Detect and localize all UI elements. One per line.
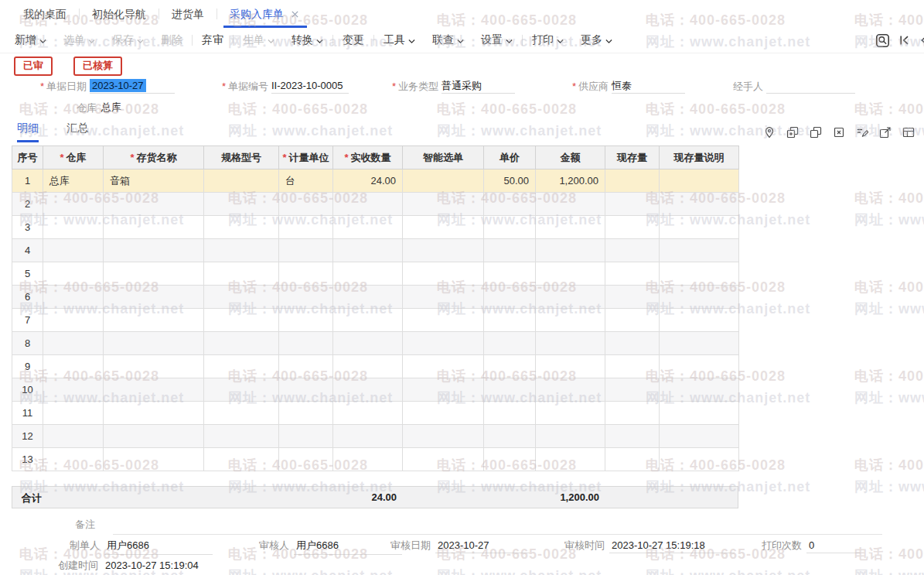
cell-stocknote[interactable] xyxy=(660,169,739,193)
cell-seq[interactable]: 6 xyxy=(12,286,43,309)
cell-price[interactable] xyxy=(484,216,536,239)
cell-wh[interactable] xyxy=(43,193,104,216)
cell-price[interactable] xyxy=(484,262,536,286)
cell-smart[interactable] xyxy=(403,286,484,309)
cell-wh[interactable] xyxy=(43,402,104,425)
cell-price[interactable]: 50.00 xyxy=(484,169,536,193)
cell-stock[interactable] xyxy=(605,193,660,216)
cell-seq[interactable]: 7 xyxy=(12,309,43,332)
cell-item[interactable] xyxy=(104,355,204,378)
cell-price[interactable] xyxy=(484,425,536,448)
cell-stocknote[interactable] xyxy=(660,332,739,355)
cell-price[interactable] xyxy=(484,378,536,402)
cell-seq[interactable]: 9 xyxy=(12,355,43,378)
field-supplier[interactable]: 恒泰 xyxy=(612,78,685,94)
cell-qty[interactable] xyxy=(333,193,403,216)
subtab-summary[interactable]: 汇总 xyxy=(66,122,88,142)
cell-spec[interactable] xyxy=(204,378,279,402)
cell-amount[interactable]: 1,200.00 xyxy=(536,169,605,193)
cell-seq[interactable]: 11 xyxy=(12,402,43,425)
field-doc-date[interactable]: 2023-10-27 xyxy=(90,78,175,94)
cell-wh[interactable] xyxy=(43,286,104,309)
cell-item[interactable]: 音箱 xyxy=(104,169,204,193)
toolbar-item-print[interactable]: 打印 xyxy=(532,33,564,47)
cell-smart[interactable] xyxy=(403,239,484,262)
cell-stock[interactable] xyxy=(605,355,660,378)
toolbar-item-link-query[interactable]: 联查 xyxy=(432,33,464,47)
cell-stock[interactable] xyxy=(605,286,660,309)
cell-wh[interactable] xyxy=(43,216,104,239)
cell-spec[interactable] xyxy=(204,402,279,425)
cell-seq[interactable]: 4 xyxy=(12,239,43,262)
cell-qty[interactable] xyxy=(333,378,403,402)
cell-stocknote[interactable] xyxy=(660,309,739,332)
cell-smart[interactable] xyxy=(403,425,484,448)
cell-unit[interactable] xyxy=(279,193,333,216)
cell-spec[interactable] xyxy=(204,448,279,471)
cell-smart[interactable] xyxy=(403,193,484,216)
cell-stock[interactable] xyxy=(605,425,660,448)
cell-spec[interactable] xyxy=(204,332,279,355)
cell-stock[interactable] xyxy=(605,216,660,239)
cell-amount[interactable] xyxy=(536,216,605,239)
cell-unit[interactable] xyxy=(279,286,333,309)
cell-stock[interactable] xyxy=(605,169,660,193)
cell-qty[interactable] xyxy=(333,239,403,262)
cell-item[interactable] xyxy=(104,425,204,448)
cell-smart[interactable] xyxy=(403,402,484,425)
cell-amount[interactable] xyxy=(536,355,605,378)
cell-wh[interactable] xyxy=(43,355,104,378)
cell-unit[interactable] xyxy=(279,332,333,355)
cell-qty[interactable] xyxy=(333,309,403,332)
cell-price[interactable] xyxy=(484,448,536,471)
cell-wh[interactable]: 总库 xyxy=(43,169,104,193)
cell-stocknote[interactable] xyxy=(660,402,739,425)
cell-smart[interactable] xyxy=(403,448,484,471)
cell-smart[interactable] xyxy=(403,216,484,239)
cell-stock[interactable] xyxy=(605,332,660,355)
cell-smart[interactable] xyxy=(403,355,484,378)
cell-stocknote[interactable] xyxy=(660,448,739,471)
cell-price[interactable] xyxy=(484,402,536,425)
cell-qty[interactable] xyxy=(333,332,403,355)
cell-smart[interactable] xyxy=(403,169,484,193)
copy-row-icon-button[interactable] xyxy=(810,126,822,139)
cell-price[interactable] xyxy=(484,239,536,262)
batch-edit-icon-button[interactable] xyxy=(856,126,868,139)
cell-wh[interactable] xyxy=(43,309,104,332)
cell-smart[interactable] xyxy=(403,309,484,332)
toolbar-item-abandon-audit[interactable]: 弃审 xyxy=(202,33,223,47)
cell-price[interactable] xyxy=(484,193,536,216)
cell-amount[interactable] xyxy=(536,425,605,448)
cell-item[interactable] xyxy=(104,402,204,425)
cell-wh[interactable] xyxy=(43,425,104,448)
cell-price[interactable] xyxy=(484,332,536,355)
cell-spec[interactable] xyxy=(204,216,279,239)
export-icon-button[interactable] xyxy=(879,126,892,139)
remark-input[interactable] xyxy=(113,517,882,535)
subtab-detail[interactable]: 明细 xyxy=(17,122,39,142)
cell-amount[interactable] xyxy=(536,332,605,355)
tab-init-nav[interactable]: 初始化导航 xyxy=(80,0,159,28)
cell-wh[interactable] xyxy=(43,239,104,262)
cell-unit[interactable] xyxy=(279,262,333,286)
prev-record-icon-button[interactable] xyxy=(919,34,924,46)
cell-stocknote[interactable] xyxy=(660,262,739,286)
toolbar-item-delete[interactable]: 删除 xyxy=(161,33,182,47)
cell-smart[interactable] xyxy=(403,332,484,355)
layout-icon-button[interactable] xyxy=(902,126,915,139)
cell-stock[interactable] xyxy=(605,239,660,262)
cell-stock[interactable] xyxy=(605,309,660,332)
cell-qty[interactable] xyxy=(333,216,403,239)
cell-spec[interactable] xyxy=(204,169,279,193)
cell-stocknote[interactable] xyxy=(660,378,739,402)
cell-amount[interactable] xyxy=(536,286,605,309)
cell-stock[interactable] xyxy=(605,448,660,471)
cell-smart[interactable] xyxy=(403,262,484,286)
cell-price[interactable] xyxy=(484,355,536,378)
cell-seq[interactable]: 5 xyxy=(12,262,43,286)
cell-qty[interactable] xyxy=(333,286,403,309)
cell-qty[interactable] xyxy=(333,402,403,425)
doc-search-icon-button[interactable] xyxy=(875,33,890,48)
cell-item[interactable] xyxy=(104,378,204,402)
